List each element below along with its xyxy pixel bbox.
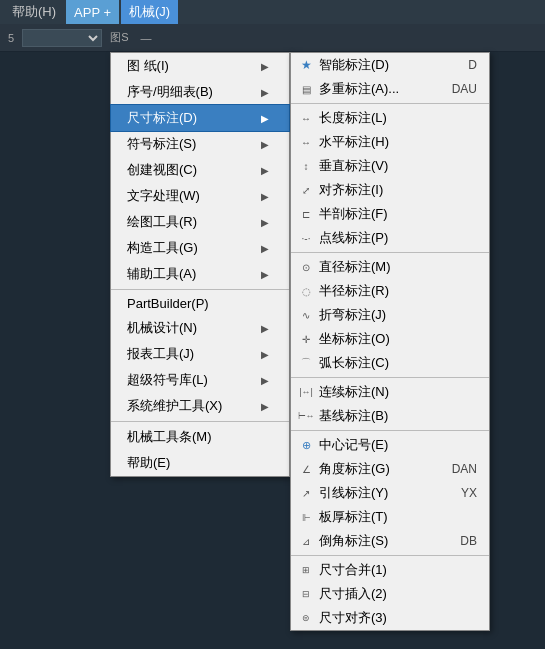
arrow-icon: ▶ bbox=[261, 375, 269, 386]
divider-sub-2 bbox=[291, 252, 489, 253]
menu-item-huitu[interactable]: 绘图工具(R) ▶ bbox=[111, 209, 289, 235]
arrow-icon: ▶ bbox=[261, 165, 269, 176]
divider-sub-4 bbox=[291, 430, 489, 431]
banjing-icon: ◌ bbox=[297, 286, 315, 297]
hebing-icon: ⊞ bbox=[297, 565, 315, 575]
arrow-icon: ▶ bbox=[261, 243, 269, 254]
toolbar: 5 图S — bbox=[0, 24, 545, 52]
menubar-item-jixie[interactable]: 机械(J) bbox=[121, 0, 178, 24]
submenu-item-dianxian[interactable]: ·-· 点线标注(P) bbox=[291, 226, 489, 250]
duiqi2-icon: ⊜ bbox=[297, 613, 315, 623]
submenu-item-shuiping[interactable]: ↔ 水平标注(H) bbox=[291, 130, 489, 154]
menu-item-chaoji[interactable]: 超级符号库(L) ▶ bbox=[111, 367, 289, 393]
arrow-icon: ▶ bbox=[261, 61, 269, 72]
banjian-icon: ⊏ bbox=[297, 209, 315, 220]
submenu-item-zuobiao[interactable]: ✛ 坐标标注(O) bbox=[291, 327, 489, 351]
submenu-item-daojiao[interactable]: ⊿ 倒角标注(S) DB bbox=[291, 529, 489, 553]
submenu-item-zhewan[interactable]: ∿ 折弯标注(J) bbox=[291, 303, 489, 327]
divider-sub-1 bbox=[291, 103, 489, 104]
submenu-item-banjing[interactable]: ◌ 半径标注(R) bbox=[291, 279, 489, 303]
menubar-item-app[interactable]: APP + bbox=[66, 0, 119, 24]
submenu-item-lianxu[interactable]: |↔| 连续标注(N) bbox=[291, 380, 489, 404]
arrow-icon: ▶ bbox=[261, 191, 269, 202]
arrow-icon: ▶ bbox=[261, 269, 269, 280]
divider-sub-3 bbox=[291, 377, 489, 378]
menu-item-biaobz[interactable]: 报表工具(J) ▶ bbox=[111, 341, 289, 367]
menu-item-jixietj[interactable]: 机械工具条(M) bbox=[111, 424, 289, 450]
menu-item-gouzao[interactable]: 构造工具(G) ▶ bbox=[111, 235, 289, 261]
banhou-icon: ⊩ bbox=[297, 512, 315, 523]
dianxian-icon: ·-· bbox=[297, 233, 315, 244]
chuizhi-icon: ↕ bbox=[297, 161, 315, 172]
yinxian-icon: ↗ bbox=[297, 488, 315, 499]
submenu-item-chairu[interactable]: ⊟ 尺寸插入(2) bbox=[291, 582, 489, 606]
menu-item-jixiesj[interactable]: 机械设计(N) ▶ bbox=[111, 315, 289, 341]
submenu-item-duiqi2[interactable]: ⊜ 尺寸对齐(3) bbox=[291, 606, 489, 630]
menubar: 帮助(H) APP + 机械(J) bbox=[0, 0, 545, 24]
submenu-item-changdu[interactable]: ↔ 长度标注(L) bbox=[291, 106, 489, 130]
menu-item-chicun[interactable]: 尺寸标注(D) ▶ bbox=[111, 105, 289, 131]
submenu-item-hugong[interactable]: ⌒ 弧长标注(C) bbox=[291, 351, 489, 375]
duiqi-icon: ⤢ bbox=[297, 185, 315, 196]
daojiao-icon: ⊿ bbox=[297, 536, 315, 547]
lianxu-icon: |↔| bbox=[297, 387, 315, 397]
submenu-item-jiaodu[interactable]: ∠ 角度标注(G) DAN bbox=[291, 457, 489, 481]
hugong-icon: ⌒ bbox=[297, 356, 315, 370]
divider-1 bbox=[111, 289, 289, 290]
submenu-item-duiqi[interactable]: ⤢ 对齐标注(I) bbox=[291, 178, 489, 202]
submenu-item-yinxian[interactable]: ↗ 引线标注(Y) YX bbox=[291, 481, 489, 505]
submenu-item-banhou[interactable]: ⊩ 板厚标注(T) bbox=[291, 505, 489, 529]
chairu-icon: ⊟ bbox=[297, 589, 315, 599]
arrow-icon: ▶ bbox=[261, 323, 269, 334]
toolbar-dash: — bbox=[136, 30, 155, 46]
arrow-icon: ▶ bbox=[261, 217, 269, 228]
menubar-item-help[interactable]: 帮助(H) bbox=[4, 0, 64, 24]
submenu-item-jixian[interactable]: ⊢↔ 基线标注(B) bbox=[291, 404, 489, 428]
menu-item-xuhao[interactable]: 序号/明细表(B) ▶ bbox=[111, 79, 289, 105]
zhijing-icon: ⊙ bbox=[297, 262, 315, 273]
divider-2 bbox=[111, 421, 289, 422]
menu-item-fuhaobz[interactable]: 符号标注(S) ▶ bbox=[111, 131, 289, 157]
menu-item-cjsitu[interactable]: 创建视图(C) ▶ bbox=[111, 157, 289, 183]
submenu-item-zhijing[interactable]: ⊙ 直径标注(M) bbox=[291, 255, 489, 279]
menu-item-wenzicl[interactable]: 文字处理(W) ▶ bbox=[111, 183, 289, 209]
duochong-icon: ▤ bbox=[297, 84, 315, 95]
chicun-submenu: ★ 智能标注(D) D ▤ 多重标注(A)... DAU ↔ 长度标注(L) ↔… bbox=[290, 52, 490, 631]
main-area: 图 纸(I) ▶ 序号/明细表(B) ▶ 尺寸标注(D) ▶ 符号标注(S) ▶… bbox=[0, 52, 545, 649]
arrow-icon: ▶ bbox=[261, 349, 269, 360]
zhewan-icon: ∿ bbox=[297, 310, 315, 321]
toolbar-number: 5 bbox=[4, 30, 18, 46]
menu-item-partbld[interactable]: PartBuilder(P) bbox=[111, 292, 289, 315]
zhongxin-icon: ⊕ bbox=[297, 439, 315, 452]
menu-item-fuzhu[interactable]: 辅助工具(A) ▶ bbox=[111, 261, 289, 287]
arrow-icon: ▶ bbox=[261, 139, 269, 150]
jiaodu-icon: ∠ bbox=[297, 464, 315, 475]
jixie-menu: 图 纸(I) ▶ 序号/明细表(B) ▶ 尺寸标注(D) ▶ 符号标注(S) ▶… bbox=[110, 52, 290, 477]
menu-item-xtwhgj[interactable]: 系统维护工具(X) ▶ bbox=[111, 393, 289, 419]
divider-sub-5 bbox=[291, 555, 489, 556]
menu-item-tuzi[interactable]: 图 纸(I) ▶ bbox=[111, 53, 289, 79]
zuobiao-icon: ✛ bbox=[297, 334, 315, 345]
arrow-icon: ▶ bbox=[261, 87, 269, 98]
jixian-icon: ⊢↔ bbox=[297, 411, 315, 421]
changdu-icon: ↔ bbox=[297, 113, 315, 124]
arrow-icon: ▶ bbox=[261, 113, 269, 124]
submenu-item-duochong[interactable]: ▤ 多重标注(A)... DAU bbox=[291, 77, 489, 101]
submenu-item-banjian[interactable]: ⊏ 半剖标注(F) bbox=[291, 202, 489, 226]
submenu-item-hebing[interactable]: ⊞ 尺寸合并(1) bbox=[291, 558, 489, 582]
submenu-item-chuizhi[interactable]: ↕ 垂直标注(V) bbox=[291, 154, 489, 178]
submenu-item-zhongxin[interactable]: ⊕ 中心记号(E) bbox=[291, 433, 489, 457]
submenu-item-zhineng[interactable]: ★ 智能标注(D) D bbox=[291, 53, 489, 77]
dropdown-container: 图 纸(I) ▶ 序号/明细表(B) ▶ 尺寸标注(D) ▶ 符号标注(S) ▶… bbox=[0, 52, 545, 649]
toolbar-icon-s[interactable]: 图S bbox=[106, 28, 132, 47]
shuiping-icon: ↔ bbox=[297, 137, 315, 148]
toolbar-select[interactable] bbox=[22, 29, 102, 47]
menu-item-bangzhu[interactable]: 帮助(E) bbox=[111, 450, 289, 476]
arrow-icon: ▶ bbox=[261, 401, 269, 412]
zhineng-icon: ★ bbox=[297, 58, 315, 72]
